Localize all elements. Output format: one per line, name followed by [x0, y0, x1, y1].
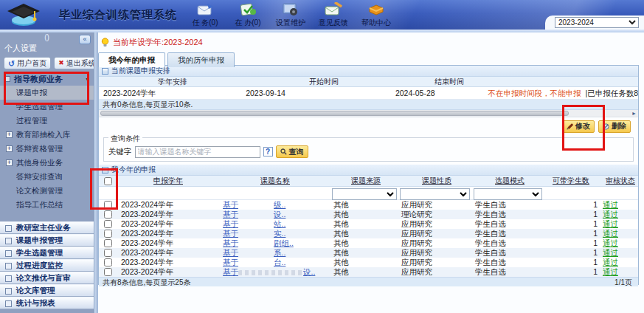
- status-pass-link[interactable]: 通过: [603, 248, 618, 257]
- sidebar-section-advisor-business[interactable]: 指导教师业务 ▼: [0, 72, 94, 86]
- nav-tasks[interactable]: 任 务(0): [186, 1, 224, 28]
- sidebar-item-label: 其他身份业务: [16, 156, 63, 170]
- cell-selection-mode: 学生自选: [472, 229, 544, 238]
- sidebar-menu-item[interactable]: 学生选题管理: [0, 100, 94, 114]
- cell-topic-nature: 理论研究: [398, 210, 472, 219]
- col-review-status[interactable]: 审核状态: [600, 176, 638, 186]
- nav-settings[interactable]: 设置维护: [271, 1, 310, 28]
- source-filter-select[interactable]: [332, 188, 397, 200]
- row-checkbox[interactable]: [104, 230, 112, 238]
- table-row: 2023-2024学年 基于级.. 其他 应用研究 学生自选 1 通过: [99, 200, 638, 210]
- row-checkbox[interactable]: [104, 201, 112, 209]
- sidebar-accordion-header[interactable]: 教研室主任业务: [0, 221, 94, 234]
- topic-name-link[interactable]: 基于台..: [223, 258, 285, 266]
- status-pass-link[interactable]: 通过: [603, 210, 618, 219]
- topic-name-link[interactable]: 基于系..: [223, 248, 285, 257]
- scrollbar-thumb[interactable]: [100, 111, 569, 116]
- row-checkbox[interactable]: [104, 268, 112, 276]
- current-year-text: 当前毕设学年:2023-2024: [113, 37, 203, 48]
- sidebar-menu-item[interactable]: + 教育部抽检入库: [0, 128, 94, 142]
- sidebar-menu-item[interactable]: 过程管理: [0, 114, 94, 128]
- edit-button[interactable]: 修改: [562, 120, 595, 133]
- nav-label: 意见反馈: [319, 18, 348, 28]
- status-pass-link[interactable]: 通过: [603, 238, 618, 247]
- sidebar-accordion-header[interactable]: 统计与报表: [0, 297, 94, 309]
- col-selection-mode[interactable]: 选题模式: [472, 176, 544, 186]
- tab-this-year[interactable]: 我今年的申报: [98, 52, 165, 67]
- sidebar-collapse-button[interactable]: «: [79, 35, 91, 44]
- app-title: 毕业综合训练管理系统: [59, 8, 177, 22]
- mode-filter-select[interactable]: [474, 188, 542, 200]
- delete-button[interactable]: 删除: [598, 120, 631, 133]
- col-topic-nature[interactable]: 课题性质: [398, 176, 472, 186]
- sidebar-menu-item[interactable]: 答辩安排查询: [0, 170, 94, 184]
- select-all-checkbox[interactable]: [104, 177, 112, 185]
- topic-name-link[interactable]: 基于设..: [223, 210, 285, 219]
- user-home-button[interactable]: ↺ 用户首页: [4, 57, 51, 69]
- status-pass-link[interactable]: 通过: [603, 219, 618, 228]
- col-year-plan: 学年安排: [99, 77, 246, 87]
- tab-past-years[interactable]: 我的历年申报: [167, 52, 235, 67]
- schedule-info-bar: 共有0条信息,每页显示10条.: [99, 100, 638, 110]
- nav-label: 任 务(0): [193, 18, 218, 28]
- row-checkbox[interactable]: [104, 249, 112, 257]
- nature-filter-select[interactable]: [400, 188, 470, 200]
- sidebar-user-area: () « 个人设置 ↺ 用户首页 ✖ 退出系统: [0, 32, 94, 72]
- row-checkbox[interactable]: [104, 220, 112, 228]
- cell-topic-source: 其他: [330, 200, 398, 210]
- in-progress-icon: [239, 1, 257, 17]
- current-year-bulb-icon: [101, 38, 109, 47]
- topic-name-link[interactable]: 基于实..: [223, 229, 285, 238]
- keyword-input[interactable]: [135, 146, 260, 158]
- schedule-table-header: 学年安排 开始时间 结束时间: [99, 77, 638, 87]
- sidebar-accordion-header[interactable]: 课题申报管理: [0, 234, 94, 247]
- sidebar-item-label: 论文检测管理: [16, 184, 63, 198]
- cell-student-capacity: 1: [544, 210, 600, 219]
- search-button[interactable]: 查询: [276, 145, 308, 158]
- sidebar-menu-item[interactable]: + 答辩资格管理: [0, 142, 94, 156]
- row-checkbox[interactable]: [104, 258, 112, 266]
- row-checkbox[interactable]: [104, 210, 112, 219]
- nav-help-center[interactable]: 帮助中心: [357, 1, 395, 28]
- horizontal-scrollbar: ►: [99, 110, 638, 117]
- sidebar-item-topic-declaration[interactable]: 课题申报: [0, 86, 94, 100]
- cell-selection-mode: 学生自选: [472, 248, 544, 258]
- status-pass-link[interactable]: 通过: [603, 229, 618, 238]
- help-question-icon[interactable]: ?: [263, 147, 273, 156]
- status-pass-link[interactable]: 通过: [603, 258, 618, 266]
- sidebar-accordion-header[interactable]: 学生选题管理: [0, 247, 94, 259]
- col-end-time: 结束时间: [401, 77, 497, 87]
- schedule-row: 2023-2024学年 2023-09-14 2024-05-28 不在申报时间…: [99, 87, 638, 100]
- nav-in-progress[interactable]: 在 办(0): [229, 1, 267, 28]
- sidebar-accordion-header[interactable]: 论文推优与盲审: [0, 272, 94, 284]
- scroll-right-arrow-icon[interactable]: ►: [631, 111, 637, 116]
- sidebar-menu-item[interactable]: + 其他身份业务: [0, 156, 94, 170]
- col-student-capacity[interactable]: 可带学生数: [544, 176, 600, 186]
- table-row: 2023-2024学年 基于台.. 其他 应用研究 学生自选 1 通过: [99, 258, 638, 267]
- cell-selection-mode: 学生自选: [472, 238, 544, 248]
- sidebar-menu-item[interactable]: 指导工作总结: [0, 198, 94, 212]
- tab-bar: 我今年的申报 我的历年申报: [98, 52, 644, 67]
- topic-name-link[interactable]: 基于站..: [223, 219, 285, 228]
- cell-topic-nature: 应用研究: [398, 219, 472, 229]
- academic-year-select[interactable]: 2023-2024: [555, 17, 639, 28]
- cell-declare-year: 2023-2024学年: [117, 200, 220, 210]
- col-topic-source[interactable]: 课题来源: [330, 176, 398, 186]
- col-topic-name[interactable]: 课题名称: [220, 176, 330, 186]
- table-row: 2023-2024学年 基于设.. 其他 理论研究 学生自选 1 通过: [99, 210, 638, 219]
- topic-name-link[interactable]: 基于剧组..: [223, 238, 294, 247]
- sidebar-menu-item[interactable]: 论文检测管理: [0, 184, 94, 198]
- cell-review-status: 通过: [600, 238, 638, 248]
- cell-topic-name: 基于台..: [220, 258, 330, 267]
- status-pass-link[interactable]: 通过: [603, 200, 618, 209]
- topic-name-link[interactable]: 基于设..: [223, 267, 315, 276]
- expand-plus-icon: [6, 173, 13, 180]
- topic-name-link[interactable]: 基于级..: [223, 200, 285, 209]
- col-declare-year[interactable]: 申报学年: [117, 176, 220, 186]
- nav-feedback[interactable]: 意见反馈: [314, 1, 353, 28]
- declared-task-count: |已申报任务数8: [585, 89, 638, 97]
- sidebar-accordion-header[interactable]: 过程进度监控: [0, 259, 94, 272]
- row-checkbox[interactable]: [104, 239, 112, 247]
- status-pass-link[interactable]: 通过: [603, 267, 618, 276]
- sidebar-accordion-header[interactable]: 论文库管理: [0, 284, 94, 297]
